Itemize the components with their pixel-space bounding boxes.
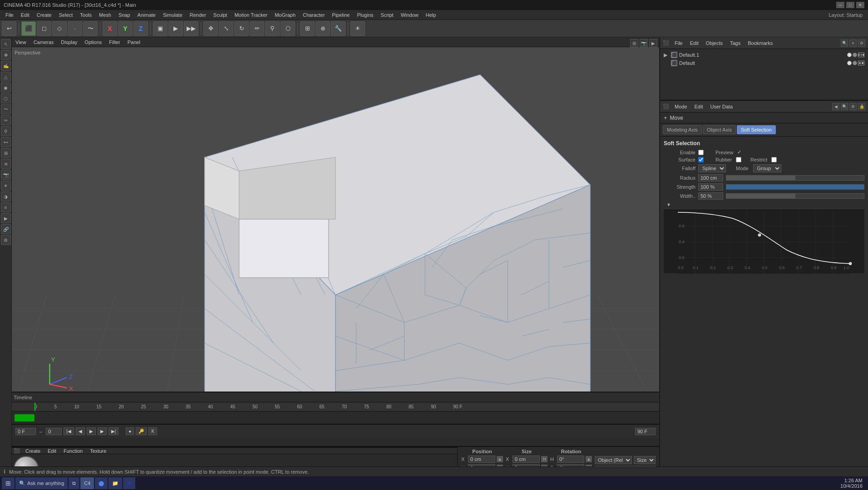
menu-mesh[interactable]: Mesh bbox=[95, 11, 115, 19]
om-menu-bookmarks[interactable]: Bookmarks bbox=[746, 40, 774, 46]
pp-lock-button[interactable]: 🔒 bbox=[858, 103, 865, 110]
pp-settings-button[interactable]: ⚙ bbox=[849, 103, 857, 110]
polygon-mode-button[interactable]: ◻ bbox=[37, 21, 51, 36]
x-rot-input[interactable] bbox=[557, 456, 584, 463]
rotate-tool-button[interactable]: ↻ bbox=[234, 21, 249, 36]
x-size-up[interactable]: H bbox=[541, 456, 547, 462]
falloff-select[interactable]: Spline Linear bbox=[698, 164, 726, 172]
knife-tool[interactable]: ✂ bbox=[1, 115, 11, 125]
me-menu-create[interactable]: Create bbox=[24, 448, 42, 454]
viewport[interactable]: View Cameras Display Options Filter Pane… bbox=[12, 37, 659, 392]
material-left-tool[interactable]: ◑ bbox=[1, 191, 11, 201]
search-button[interactable]: 🔍 Ask me anything bbox=[15, 477, 68, 489]
explorer-taskbar-btn[interactable]: 📁 bbox=[108, 477, 122, 489]
play-button[interactable]: ▶ bbox=[87, 427, 96, 435]
tab-object-axis[interactable]: Object Axis bbox=[703, 125, 736, 134]
record-button[interactable]: ● bbox=[126, 427, 134, 435]
spline-draw-button[interactable]: ✏ bbox=[250, 21, 264, 36]
vp-menu-view[interactable]: View bbox=[14, 39, 28, 45]
x-rot-up[interactable]: ▲ bbox=[586, 456, 592, 462]
om-menu-edit[interactable]: Edit bbox=[688, 40, 700, 46]
menu-tools[interactable]: Tools bbox=[76, 11, 95, 19]
om-menu-file[interactable]: File bbox=[673, 40, 685, 46]
vp-menu-options[interactable]: Options bbox=[83, 39, 104, 45]
pp-menu-userdata[interactable]: User Data bbox=[709, 104, 735, 109]
shapes-tool[interactable]: △ bbox=[1, 72, 11, 82]
menu-snap[interactable]: Snap bbox=[115, 11, 134, 19]
magnet-left-tool[interactable]: ⚲ bbox=[1, 126, 11, 136]
render-all-button[interactable]: ▶▶ bbox=[184, 21, 198, 36]
pp-nav-back-button[interactable]: ◀ bbox=[832, 103, 839, 110]
task-view-button[interactable]: ⧉ bbox=[69, 477, 79, 489]
render-region-button[interactable]: ▣ bbox=[153, 21, 168, 36]
render-active-button[interactable]: ▶ bbox=[168, 21, 183, 36]
menu-pipeline[interactable]: Pipeline bbox=[328, 11, 353, 19]
cinema4d-taskbar-btn[interactable]: C4 bbox=[80, 477, 94, 489]
menu-create[interactable]: Create bbox=[33, 11, 55, 19]
om-object-default1[interactable]: ▶ ⬛ Default.1 bbox=[662, 51, 866, 59]
minimize-button[interactable]: ─ bbox=[836, 2, 844, 8]
size-mode-select[interactable]: Size bbox=[634, 456, 656, 464]
spline-left-tool[interactable]: 〜 bbox=[1, 104, 11, 114]
om-search-button[interactable]: 🔍 bbox=[841, 39, 848, 47]
vp-menu-filter[interactable]: Filter bbox=[107, 39, 122, 45]
width-input[interactable] bbox=[698, 192, 723, 200]
camera-left-tool[interactable]: 📷 bbox=[1, 170, 11, 180]
grid-button[interactable]: ⊞ bbox=[300, 21, 315, 36]
animation-tool[interactable]: ▶ bbox=[1, 213, 11, 223]
om-settings-button[interactable]: ⚙ bbox=[858, 39, 865, 47]
vp-menu-display[interactable]: Display bbox=[59, 39, 79, 45]
object-mode-button[interactable]: ⬛ bbox=[21, 21, 36, 36]
mirror-tool[interactable]: ⊷ bbox=[1, 137, 11, 147]
om-menu-objects[interactable]: Objects bbox=[704, 40, 725, 46]
word-taskbar-btn[interactable]: W bbox=[123, 477, 135, 489]
selection-tool[interactable]: ↖ bbox=[1, 39, 11, 49]
maximize-button[interactable]: □ bbox=[846, 2, 854, 8]
x-position-input[interactable] bbox=[468, 456, 495, 463]
tab-modeling-axis[interactable]: Modeling Axis bbox=[663, 125, 702, 134]
light-button[interactable]: ☀ bbox=[350, 21, 365, 36]
dynamics-tool[interactable]: 🔗 bbox=[1, 224, 11, 234]
pp-search-button[interactable]: 🔍 bbox=[841, 103, 848, 110]
move-tool-button[interactable]: ✥ bbox=[203, 21, 218, 36]
move-left-tool[interactable]: ✥ bbox=[1, 50, 11, 60]
tab-soft-selection[interactable]: Soft Selection bbox=[737, 125, 776, 134]
radius-input[interactable] bbox=[698, 174, 723, 181]
point-mode-button[interactable]: · bbox=[68, 21, 82, 36]
spline-mode-button[interactable]: 〜 bbox=[83, 21, 98, 36]
restrict-checkbox[interactable] bbox=[771, 157, 777, 162]
scale-tool-button[interactable]: ⤡ bbox=[219, 21, 233, 36]
goto-start-button[interactable]: |◀ bbox=[64, 427, 74, 435]
pp-menu-edit[interactable]: Edit bbox=[693, 104, 705, 109]
light-left-tool[interactable]: ☀ bbox=[1, 181, 11, 191]
object-rel-select[interactable]: Object (Rel World bbox=[595, 456, 632, 464]
strength-slider[interactable] bbox=[726, 184, 864, 190]
width-slider[interactable] bbox=[726, 193, 864, 199]
x-position-up[interactable]: ▲ bbox=[497, 456, 503, 462]
om-object-default[interactable]: ⬛ Default bbox=[662, 59, 866, 67]
magnet-tool-button[interactable]: ⚲ bbox=[265, 21, 280, 36]
menu-character[interactable]: Character bbox=[299, 11, 328, 19]
menu-motion-tracker[interactable]: Motion Tracker bbox=[231, 11, 271, 19]
paint-tool[interactable]: ✍ bbox=[1, 61, 11, 71]
me-menu-texture[interactable]: Texture bbox=[88, 448, 108, 454]
vp-render-button[interactable]: ▶ bbox=[649, 39, 657, 47]
y-constraint-button[interactable]: Y bbox=[118, 21, 133, 36]
undo-button[interactable]: ↩ bbox=[2, 21, 16, 36]
menu-plugins[interactable]: Plugins bbox=[353, 11, 377, 19]
goto-end-button[interactable]: ▶| bbox=[108, 427, 119, 435]
me-menu-edit[interactable]: Edit bbox=[46, 448, 58, 454]
enable-checkbox[interactable] bbox=[698, 150, 704, 155]
xpresso-tool[interactable]: ⚙ bbox=[1, 235, 11, 245]
axis-button[interactable]: ⊕ bbox=[316, 21, 330, 36]
vp-camera-button[interactable]: 📷 bbox=[640, 39, 648, 47]
menu-animate[interactable]: Animate bbox=[134, 11, 159, 19]
menu-window[interactable]: Window bbox=[397, 11, 422, 19]
brush-tool-button[interactable]: ⬡ bbox=[281, 21, 295, 36]
menu-script[interactable]: Script bbox=[377, 11, 397, 19]
x-constraint-button[interactable]: X bbox=[103, 21, 117, 36]
radius-slider[interactable] bbox=[726, 175, 864, 181]
edge-mode-button[interactable]: ◇ bbox=[52, 21, 67, 36]
frame-from-input[interactable] bbox=[46, 428, 62, 435]
menu-render[interactable]: Render bbox=[186, 11, 210, 19]
